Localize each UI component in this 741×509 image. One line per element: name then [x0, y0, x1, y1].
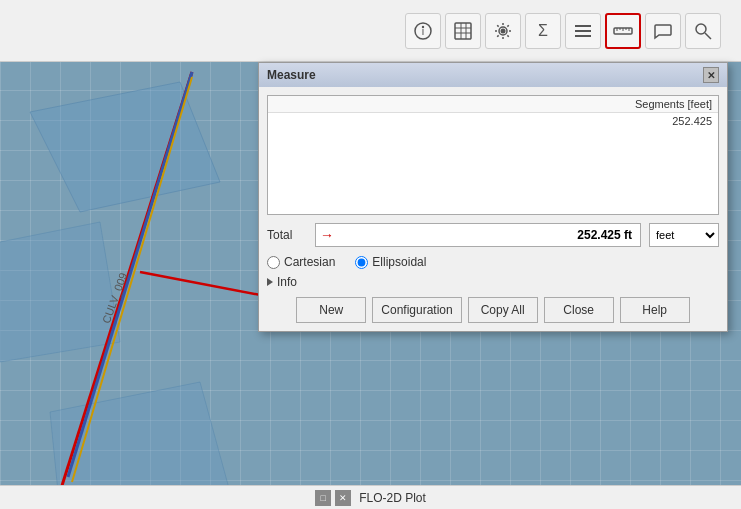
- cartesian-label: Cartesian: [284, 255, 335, 269]
- info-label: Info: [277, 275, 297, 289]
- svg-rect-13: [455, 23, 471, 39]
- svg-rect-20: [575, 30, 591, 32]
- ellipsoidal-label: Ellipsoidal: [372, 255, 426, 269]
- segments-value: 252.425: [268, 113, 718, 129]
- cartesian-radio[interactable]: [267, 256, 280, 269]
- dialog-body: Segments [feet] 252.425 Total → 252.425 …: [259, 87, 727, 331]
- dialog-close-button[interactable]: ✕: [703, 67, 719, 83]
- svg-marker-1: [0, 222, 120, 362]
- info-toolbar-button[interactable]: i: [405, 13, 441, 49]
- segments-area: Segments [feet] 252.425: [267, 95, 719, 215]
- radio-row: Cartesian Ellipsoidal: [267, 255, 719, 269]
- list-toolbar-button[interactable]: [565, 13, 601, 49]
- toolbar: i Σ: [0, 0, 741, 62]
- table-toolbar-button[interactable]: [445, 13, 481, 49]
- total-arrow-icon: →: [320, 227, 334, 243]
- svg-rect-19: [575, 25, 591, 27]
- configuration-button[interactable]: Configuration: [372, 297, 461, 323]
- unit-select[interactable]: feet meters miles: [649, 223, 719, 247]
- info-expand-icon: [267, 278, 273, 286]
- chat-toolbar-button[interactable]: [645, 13, 681, 49]
- svg-line-29: [705, 33, 711, 39]
- dialog-titlebar: Measure ✕: [259, 63, 727, 87]
- help-button[interactable]: Help: [620, 297, 690, 323]
- status-icon-1: □: [315, 490, 331, 506]
- total-value: 252.425 ft: [577, 228, 632, 242]
- measure-dialog: Measure ✕ Segments [feet] 252.425 Total …: [258, 62, 728, 332]
- segments-header: Segments [feet]: [268, 96, 718, 113]
- svg-point-28: [696, 24, 706, 34]
- button-row: New Configuration Copy All Close Help: [267, 297, 719, 323]
- svg-point-18: [501, 28, 506, 33]
- app-name: FLO-2D Plot: [359, 491, 426, 505]
- ellipsoidal-radio[interactable]: [355, 256, 368, 269]
- total-row: Total → 252.425 ft feet meters miles: [267, 223, 719, 247]
- zoom-toolbar-button[interactable]: [685, 13, 721, 49]
- status-bar: □ ✕ FLO-2D Plot: [0, 485, 741, 509]
- cartesian-radio-label[interactable]: Cartesian: [267, 255, 335, 269]
- total-input: → 252.425 ft: [315, 223, 641, 247]
- status-icon-2: ✕: [335, 490, 351, 506]
- measure-toolbar-button[interactable]: [605, 13, 641, 49]
- settings-toolbar-button[interactable]: [485, 13, 521, 49]
- new-button[interactable]: New: [296, 297, 366, 323]
- close-button[interactable]: Close: [544, 297, 614, 323]
- svg-rect-21: [575, 35, 591, 37]
- svg-marker-0: [30, 82, 220, 212]
- dialog-title: Measure: [267, 68, 316, 82]
- copy-all-button[interactable]: Copy All: [468, 297, 538, 323]
- ellipsoidal-radio-label[interactable]: Ellipsoidal: [355, 255, 426, 269]
- total-label: Total: [267, 228, 307, 242]
- status-icons: □ ✕: [315, 490, 351, 506]
- sigma-toolbar-button[interactable]: Σ: [525, 13, 561, 49]
- svg-point-12: [422, 25, 424, 27]
- info-section[interactable]: Info: [267, 275, 719, 289]
